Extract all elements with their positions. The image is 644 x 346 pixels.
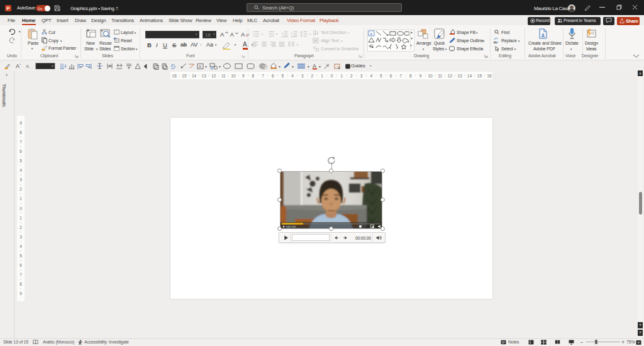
svg-text:14: 14: [467, 74, 472, 78]
svg-text:3: 3: [360, 74, 363, 78]
svg-text:9: 9: [419, 74, 422, 78]
svg-text:▼: ▼: [204, 65, 208, 69]
svg-text:12: 12: [211, 74, 216, 78]
svg-text:6: 6: [19, 263, 22, 267]
svg-text:10: 10: [428, 74, 433, 78]
svg-text:11: 11: [438, 74, 442, 78]
svg-text:6: 6: [390, 74, 392, 78]
svg-text:2: 2: [19, 187, 22, 191]
svg-text:A: A: [199, 65, 201, 69]
svg-text:▼: ▼: [318, 65, 321, 69]
svg-text:5: 5: [19, 254, 22, 258]
svg-text:2: 2: [311, 74, 313, 78]
svg-text:9: 9: [242, 74, 245, 78]
svg-text:6: 6: [19, 149, 22, 153]
svg-text:7: 7: [399, 74, 402, 78]
svg-text:11: 11: [221, 74, 226, 78]
svg-text:A: A: [313, 63, 316, 69]
svg-text:1: 1: [321, 74, 323, 78]
svg-text:9: 9: [19, 291, 22, 296]
svg-text:6: 6: [272, 74, 274, 78]
svg-text:7: 7: [19, 272, 22, 277]
svg-text:3: 3: [19, 177, 22, 182]
svg-text:P: P: [6, 6, 9, 11]
svg-text:3: 3: [19, 235, 22, 239]
svg-text:12: 12: [448, 74, 453, 78]
svg-text:8: 8: [409, 74, 412, 78]
svg-text:4: 4: [19, 244, 22, 248]
svg-text:▼: ▼: [291, 65, 294, 69]
svg-text:2: 2: [350, 74, 353, 78]
svg-text:10: 10: [231, 74, 236, 78]
svg-text:8: 8: [252, 74, 255, 78]
svg-text:0: 0: [19, 206, 22, 211]
svg-text:5: 5: [380, 74, 382, 78]
svg-text:16: 16: [487, 74, 492, 78]
svg-text:1: 1: [19, 196, 22, 201]
svg-text:0: 0: [331, 74, 333, 78]
svg-text:▼: ▼: [278, 65, 281, 69]
svg-text:9: 9: [19, 121, 22, 125]
svg-text:2: 2: [19, 225, 22, 230]
svg-text:8: 8: [19, 130, 22, 135]
svg-text:A: A: [370, 32, 372, 36]
svg-text:▼: ▼: [307, 65, 310, 69]
svg-text:Aˌ: Aˌ: [26, 64, 31, 69]
svg-text:ab: ab: [494, 40, 497, 44]
svg-text:15: 15: [182, 74, 187, 78]
svg-text:14: 14: [192, 74, 197, 78]
svg-text:13: 13: [202, 74, 207, 78]
svg-text:3: 3: [301, 74, 304, 78]
svg-text:1: 1: [340, 74, 343, 78]
svg-text:5: 5: [19, 159, 22, 163]
svg-text:▼: ▼: [51, 64, 54, 68]
svg-text:4: 4: [291, 74, 294, 78]
svg-text:15: 15: [477, 74, 482, 78]
svg-text:5: 5: [282, 74, 284, 78]
svg-text:▼: ▼: [218, 65, 221, 69]
svg-text:13: 13: [457, 74, 462, 78]
svg-text:16: 16: [172, 74, 177, 78]
svg-text:Aˋ: Aˋ: [16, 63, 21, 69]
svg-text:4: 4: [370, 74, 372, 78]
svg-text:4: 4: [19, 168, 22, 172]
svg-text:7: 7: [262, 74, 264, 78]
svg-text:7: 7: [19, 140, 22, 144]
svg-text:8: 8: [19, 282, 22, 286]
svg-text:1: 1: [19, 216, 22, 220]
